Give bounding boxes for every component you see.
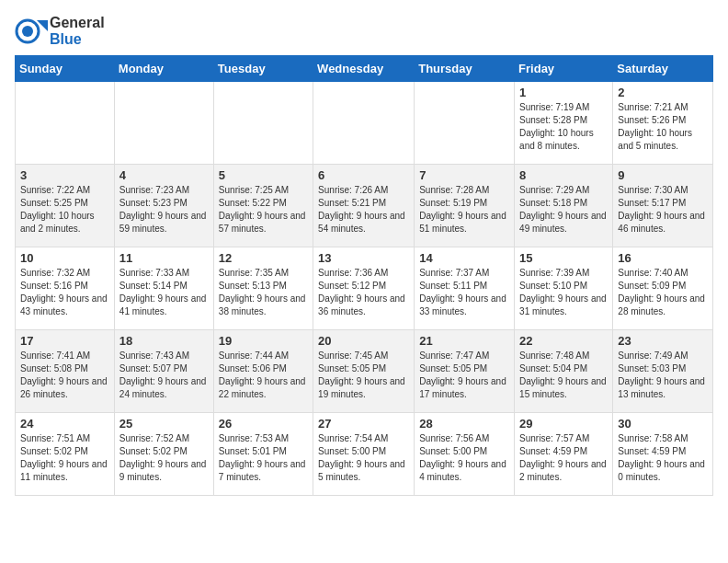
day-info: Sunrise: 7:28 AM Sunset: 5:19 PM Dayligh…	[419, 184, 509, 236]
logo-svg	[15, 15, 48, 48]
day-number: 8	[519, 168, 608, 182]
week-row-1: 1Sunrise: 7:19 AM Sunset: 5:28 PM Daylig…	[16, 82, 713, 165]
calendar-cell: 29Sunrise: 7:57 AM Sunset: 4:59 PM Dayli…	[515, 413, 613, 496]
cell-content: 6Sunrise: 7:26 AM Sunset: 5:21 PM Daylig…	[318, 168, 409, 236]
day-number: 27	[318, 417, 409, 431]
calendar-cell	[114, 82, 213, 165]
week-row-4: 17Sunrise: 7:41 AM Sunset: 5:08 PM Dayli…	[16, 330, 713, 413]
day-info: Sunrise: 7:39 AM Sunset: 5:10 PM Dayligh…	[519, 267, 608, 318]
day-number: 23	[618, 334, 708, 348]
day-number: 7	[419, 168, 509, 182]
day-info: Sunrise: 7:44 AM Sunset: 5:06 PM Dayligh…	[219, 350, 308, 401]
day-info: Sunrise: 7:45 AM Sunset: 5:05 PM Dayligh…	[318, 350, 409, 401]
weekday-header-friday: Friday	[515, 56, 613, 82]
cell-content: 19Sunrise: 7:44 AM Sunset: 5:06 PM Dayli…	[219, 334, 308, 401]
calendar-cell: 2Sunrise: 7:21 AM Sunset: 5:26 PM Daylig…	[613, 82, 713, 165]
day-number: 3	[20, 168, 109, 182]
week-row-5: 24Sunrise: 7:51 AM Sunset: 5:02 PM Dayli…	[16, 413, 713, 496]
calendar-cell	[415, 82, 515, 165]
day-number: 21	[419, 334, 509, 348]
day-number: 5	[219, 168, 308, 182]
day-info: Sunrise: 7:25 AM Sunset: 5:22 PM Dayligh…	[219, 184, 308, 236]
day-info: Sunrise: 7:49 AM Sunset: 5:03 PM Dayligh…	[618, 350, 708, 401]
day-info: Sunrise: 7:52 AM Sunset: 5:02 PM Dayligh…	[119, 432, 209, 484]
cell-content: 4Sunrise: 7:23 AM Sunset: 5:23 PM Daylig…	[119, 168, 209, 236]
page-header: General Blue	[15, 15, 713, 48]
cell-content: 13Sunrise: 7:36 AM Sunset: 5:12 PM Dayli…	[318, 251, 409, 318]
day-info: Sunrise: 7:48 AM Sunset: 5:04 PM Dayligh…	[519, 350, 608, 401]
calendar-cell: 16Sunrise: 7:40 AM Sunset: 5:09 PM Dayli…	[613, 247, 713, 330]
weekday-header-sunday: Sunday	[16, 56, 115, 82]
weekday-header-tuesday: Tuesday	[213, 56, 313, 82]
calendar-cell: 27Sunrise: 7:54 AM Sunset: 5:00 PM Dayli…	[313, 413, 415, 496]
weekday-header-thursday: Thursday	[415, 56, 515, 82]
calendar-cell: 24Sunrise: 7:51 AM Sunset: 5:02 PM Dayli…	[16, 413, 115, 496]
logo-general: General	[50, 15, 105, 31]
day-info: Sunrise: 7:21 AM Sunset: 5:26 PM Dayligh…	[618, 101, 708, 153]
day-info: Sunrise: 7:32 AM Sunset: 5:16 PM Dayligh…	[20, 267, 109, 318]
day-number: 20	[318, 334, 409, 348]
day-number: 30	[618, 417, 708, 431]
cell-content: 30Sunrise: 7:58 AM Sunset: 4:59 PM Dayli…	[618, 417, 708, 484]
cell-content: 26Sunrise: 7:53 AM Sunset: 5:01 PM Dayli…	[219, 417, 308, 484]
day-info: Sunrise: 7:43 AM Sunset: 5:07 PM Dayligh…	[119, 350, 209, 401]
day-info: Sunrise: 7:37 AM Sunset: 5:11 PM Dayligh…	[419, 267, 509, 318]
cell-content: 28Sunrise: 7:56 AM Sunset: 5:00 PM Dayli…	[419, 417, 509, 484]
calendar-cell	[213, 82, 313, 165]
day-info: Sunrise: 7:54 AM Sunset: 5:00 PM Dayligh…	[318, 432, 409, 484]
calendar-cell: 3Sunrise: 7:22 AM Sunset: 5:25 PM Daylig…	[16, 165, 115, 247]
calendar-cell: 7Sunrise: 7:28 AM Sunset: 5:19 PM Daylig…	[415, 165, 515, 247]
calendar-cell	[16, 82, 115, 165]
calendar-cell: 5Sunrise: 7:25 AM Sunset: 5:22 PM Daylig…	[213, 165, 313, 247]
day-info: Sunrise: 7:26 AM Sunset: 5:21 PM Dayligh…	[318, 184, 409, 236]
cell-content: 10Sunrise: 7:32 AM Sunset: 5:16 PM Dayli…	[20, 251, 109, 318]
calendar-cell: 17Sunrise: 7:41 AM Sunset: 5:08 PM Dayli…	[16, 330, 115, 413]
cell-content: 8Sunrise: 7:29 AM Sunset: 5:18 PM Daylig…	[519, 168, 608, 236]
weekday-header-wednesday: Wednesday	[313, 56, 415, 82]
calendar-table: SundayMondayTuesdayWednesdayThursdayFrid…	[15, 55, 713, 496]
weekday-header-monday: Monday	[114, 56, 213, 82]
calendar-cell: 14Sunrise: 7:37 AM Sunset: 5:11 PM Dayli…	[415, 247, 515, 330]
calendar-cell: 8Sunrise: 7:29 AM Sunset: 5:18 PM Daylig…	[515, 165, 613, 247]
calendar-cell: 4Sunrise: 7:23 AM Sunset: 5:23 PM Daylig…	[114, 165, 213, 247]
calendar-cell: 11Sunrise: 7:33 AM Sunset: 5:14 PM Dayli…	[114, 247, 213, 330]
calendar-cell: 6Sunrise: 7:26 AM Sunset: 5:21 PM Daylig…	[313, 165, 415, 247]
cell-content: 29Sunrise: 7:57 AM Sunset: 4:59 PM Dayli…	[519, 417, 608, 484]
calendar-cell: 21Sunrise: 7:47 AM Sunset: 5:05 PM Dayli…	[415, 330, 515, 413]
cell-content: 12Sunrise: 7:35 AM Sunset: 5:13 PM Dayli…	[219, 251, 308, 318]
day-number: 11	[119, 251, 209, 265]
svg-point-1	[22, 26, 33, 37]
day-info: Sunrise: 7:41 AM Sunset: 5:08 PM Dayligh…	[20, 350, 109, 401]
cell-content: 3Sunrise: 7:22 AM Sunset: 5:25 PM Daylig…	[20, 168, 109, 236]
cell-content: 22Sunrise: 7:48 AM Sunset: 5:04 PM Dayli…	[519, 334, 608, 401]
day-number: 2	[618, 86, 708, 99]
day-info: Sunrise: 7:47 AM Sunset: 5:05 PM Dayligh…	[419, 350, 509, 401]
calendar-cell: 25Sunrise: 7:52 AM Sunset: 5:02 PM Dayli…	[114, 413, 213, 496]
day-number: 14	[419, 251, 509, 265]
day-info: Sunrise: 7:22 AM Sunset: 5:25 PM Dayligh…	[20, 184, 109, 236]
cell-content: 14Sunrise: 7:37 AM Sunset: 5:11 PM Dayli…	[419, 251, 509, 318]
cell-content: 2Sunrise: 7:21 AM Sunset: 5:26 PM Daylig…	[618, 86, 708, 153]
day-number: 18	[119, 334, 209, 348]
day-info: Sunrise: 7:36 AM Sunset: 5:12 PM Dayligh…	[318, 267, 409, 318]
day-info: Sunrise: 7:53 AM Sunset: 5:01 PM Dayligh…	[219, 432, 308, 484]
day-number: 9	[618, 168, 708, 182]
cell-content: 24Sunrise: 7:51 AM Sunset: 5:02 PM Dayli…	[20, 417, 109, 484]
cell-content: 5Sunrise: 7:25 AM Sunset: 5:22 PM Daylig…	[219, 168, 308, 236]
day-info: Sunrise: 7:23 AM Sunset: 5:23 PM Dayligh…	[119, 184, 209, 236]
day-info: Sunrise: 7:19 AM Sunset: 5:28 PM Dayligh…	[519, 101, 608, 153]
calendar-cell: 19Sunrise: 7:44 AM Sunset: 5:06 PM Dayli…	[213, 330, 313, 413]
day-info: Sunrise: 7:33 AM Sunset: 5:14 PM Dayligh…	[119, 267, 209, 318]
day-info: Sunrise: 7:57 AM Sunset: 4:59 PM Dayligh…	[519, 432, 608, 484]
calendar-cell	[313, 82, 415, 165]
calendar-cell: 15Sunrise: 7:39 AM Sunset: 5:10 PM Dayli…	[515, 247, 613, 330]
day-number: 22	[519, 334, 608, 348]
day-number: 28	[419, 417, 509, 431]
day-number: 1	[519, 86, 608, 99]
day-number: 16	[618, 251, 708, 265]
day-info: Sunrise: 7:56 AM Sunset: 5:00 PM Dayligh…	[419, 432, 509, 484]
week-row-3: 10Sunrise: 7:32 AM Sunset: 5:16 PM Dayli…	[16, 247, 713, 330]
day-info: Sunrise: 7:51 AM Sunset: 5:02 PM Dayligh…	[20, 432, 109, 484]
week-row-2: 3Sunrise: 7:22 AM Sunset: 5:25 PM Daylig…	[16, 165, 713, 247]
calendar-cell: 18Sunrise: 7:43 AM Sunset: 5:07 PM Dayli…	[114, 330, 213, 413]
